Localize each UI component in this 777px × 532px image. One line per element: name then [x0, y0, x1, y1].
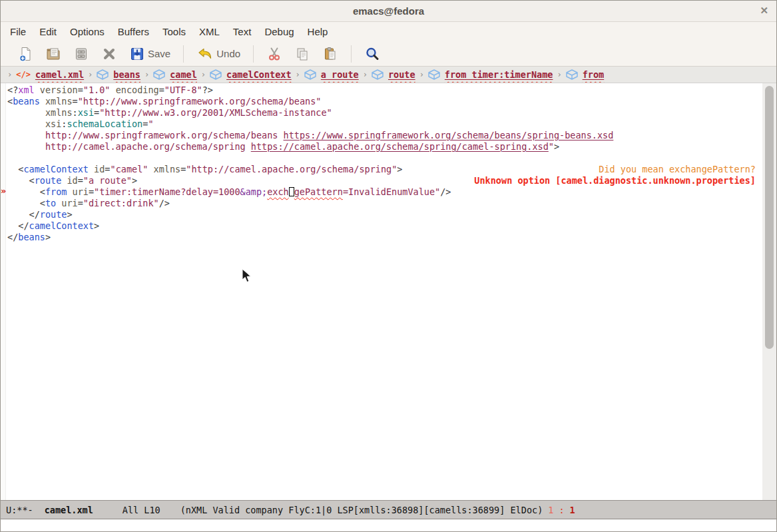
cube-icon [210, 69, 222, 80]
code-line: http://www.springframework.org/schema/be… [7, 130, 762, 141]
new-file-button[interactable] [11, 44, 39, 64]
code-line: <beans xmlns="http://www.springframework… [7, 96, 762, 107]
editor-area: » <?xml version="1.0" encoding="UTF-8"?>… [1, 83, 776, 500]
menu-bar: FileEditOptionsBuffersToolsXMLTextDebugH… [1, 22, 776, 41]
breadcrumb-item-camel[interactable]: camel [153, 69, 197, 80]
breadcrumb-item-a-route[interactable]: a route [304, 69, 359, 80]
breadcrumb-label: a route [321, 69, 359, 80]
modeline-modes[interactable]: (nXML Valid company FlyC:1|0 LSP[xmlls:3… [180, 505, 543, 515]
menu-item-help[interactable]: Help [301, 23, 335, 40]
menu-item-xml[interactable]: XML [192, 23, 226, 40]
code-line: xmlns:xsi="http://www.w3.org/2001/XMLSch… [7, 107, 762, 119]
scrollbar-track[interactable] [762, 83, 776, 500]
open-file-button[interactable] [39, 44, 67, 64]
code-line: <?xml version="1.0" encoding="UTF-8"?> [7, 85, 762, 96]
toolbar-separator [253, 45, 254, 63]
save-icon [129, 46, 145, 62]
modeline-coding-flags: U:**- [6, 505, 33, 515]
close-buffer-button[interactable] [95, 44, 123, 64]
breadcrumb-item-beans[interactable]: beans [97, 69, 140, 80]
tool-bar: Save Undo [1, 41, 776, 67]
buffer-text[interactable]: <?xml version="1.0" encoding="UTF-8"?><b… [1, 83, 762, 500]
mode-line: U:**- camel.xml All L10 (nXML Valid comp… [1, 500, 776, 519]
breadcrumb-item-from[interactable]: from [566, 69, 605, 80]
breadcrumb-label: camelContext [226, 69, 292, 80]
directory-button[interactable] [67, 44, 95, 64]
menu-item-options[interactable]: Options [63, 23, 111, 40]
breadcrumb-label: beans [113, 69, 140, 80]
title-bar: emacs@fedora ✕ [1, 1, 776, 22]
breadcrumb-separator: › [140, 70, 153, 79]
mouse-cursor [242, 268, 252, 286]
search-button[interactable] [358, 44, 386, 64]
cut-button[interactable] [260, 44, 288, 64]
modeline-position: All L10 [123, 505, 160, 515]
menu-item-tools[interactable]: Tools [156, 23, 192, 40]
menu-item-edit[interactable]: Edit [33, 23, 63, 40]
window-title: emacs@fedora [1, 5, 776, 17]
undo-button[interactable]: Undo [190, 44, 246, 64]
breadcrumb-item-camelcontext[interactable]: camelContext [210, 69, 292, 80]
cube-icon [566, 69, 578, 80]
toolbar-separator [351, 45, 352, 63]
breadcrumb-separator: › [84, 70, 97, 79]
code-line: </route> [7, 209, 762, 220]
breadcrumb-label: from timer:timerName [445, 69, 553, 80]
breadcrumb-separator: › [3, 70, 16, 79]
breadcrumb-label: from [583, 69, 605, 80]
menu-item-text[interactable]: Text [226, 23, 258, 40]
undo-button-label: Undo [216, 48, 240, 59]
code-line: <from uri="timer:timerName?delay=1000&am… [7, 186, 762, 198]
close-icon[interactable]: ✕ [760, 5, 768, 17]
cube-icon [372, 69, 384, 80]
scrollbar-thumb[interactable] [765, 86, 774, 349]
new-file-icon [17, 46, 33, 62]
close-buffer-icon [101, 46, 117, 62]
code-icon: </> [16, 70, 31, 79]
breadcrumb-separator: › [292, 70, 304, 79]
toolbar-separator [183, 45, 184, 63]
open-file-icon [45, 46, 61, 62]
breadcrumb-label: route [388, 69, 415, 80]
search-icon [364, 46, 380, 62]
cube-icon [428, 69, 440, 80]
save-button-label: Save [148, 48, 170, 59]
undo-icon [196, 46, 214, 62]
modeline-count-separator: : [559, 505, 564, 515]
breadcrumb: ›</>camel.xml›beans›camel›camelContext›a… [1, 67, 776, 83]
breadcrumb-item-camel-xml[interactable]: </>camel.xml [16, 69, 84, 80]
breadcrumb-separator: › [197, 70, 210, 79]
cut-icon [266, 46, 282, 62]
menu-item-debug[interactable]: Debug [258, 23, 300, 40]
breadcrumb-label: camel [170, 69, 197, 80]
code-line: </camelContext> [7, 220, 762, 232]
code-line: http://camel.apache.org/schema/spring ht… [7, 141, 762, 152]
breadcrumb-item-from-timer-timername[interactable]: from timer:timerName [428, 69, 553, 80]
code-line: <to uri="direct:drink"/> [7, 198, 762, 209]
cube-icon [153, 69, 165, 80]
breadcrumb-item-route[interactable]: route [372, 69, 415, 80]
code-line: xsi:schemaLocation=" [7, 119, 762, 130]
lsp-error-annotation: Unknown option [camel.diagnostic.unknown… [474, 175, 756, 186]
code-line [7, 152, 762, 164]
directory-icon [73, 46, 89, 62]
emacs-window: emacs@fedora ✕ FileEditOptionsBuffersToo… [0, 0, 777, 532]
modeline-buffer-name[interactable]: camel.xml [45, 505, 93, 515]
cube-icon [97, 69, 109, 80]
paste-button[interactable] [316, 44, 344, 64]
breadcrumb-label: camel.xml [35, 69, 84, 80]
modeline-error-count: 1 [548, 505, 553, 515]
save-button[interactable]: Save [123, 44, 176, 64]
copy-icon [294, 46, 310, 62]
lsp-hint-annotation: Did you mean exchangePattern? [599, 164, 756, 175]
menu-item-file[interactable]: File [3, 23, 33, 40]
menu-item-buffers[interactable]: Buffers [111, 23, 156, 40]
modeline-warning-count: 1 [570, 505, 575, 515]
breadcrumb-separator: › [553, 70, 565, 79]
code-line: </beans> [7, 232, 762, 243]
paste-icon [322, 46, 338, 62]
echo-area[interactable] [1, 519, 776, 532]
cube-icon [304, 69, 316, 80]
text-cursor [289, 187, 294, 196]
copy-button[interactable] [288, 44, 316, 64]
